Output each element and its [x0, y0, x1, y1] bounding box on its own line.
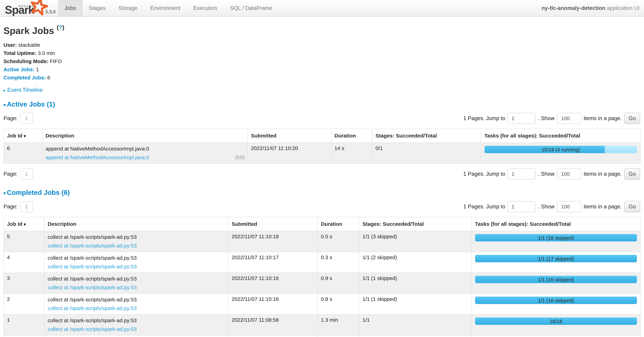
cell-tasks: 1/1 (18 skipped) — [472, 231, 640, 252]
items-per-page-input[interactable] — [557, 201, 581, 212]
application-name-bold: ny-tlc-anomaly-detection — [542, 5, 606, 11]
tasks-progress-bar: 15/19 (4 running) — [484, 146, 637, 153]
cell-job-id: 4 — [4, 252, 44, 273]
cell-submitted: 2022/11/07 11:10:16 — [228, 294, 318, 315]
tab-sql-dataframe[interactable]: SQL / DataFrame — [224, 0, 279, 16]
jump-to-page-input[interactable] — [508, 168, 536, 180]
completed-jobs-section-toggle[interactable]: ▾Completed Jobs (6) — [4, 189, 640, 196]
summary-uptime-value: 3.0 min — [38, 50, 55, 56]
cell-duration: 39 s — [318, 335, 359, 337]
tab-executors[interactable]: Executors — [187, 0, 224, 16]
progress-label: 1/1 (16 skipped) — [475, 297, 637, 304]
cell-job-id: 5 — [4, 231, 44, 252]
page-left: Page: — [4, 168, 33, 180]
summary-uptime-label: Total Uptime: — [4, 50, 36, 56]
job-description-link[interactable]: collect at /spark-scripts/spark-ad.py:53 — [48, 284, 137, 291]
pages-count-text: 1 Pages. Jump to — [463, 204, 505, 210]
header-stages[interactable]: Stages: Succeeded/Total — [359, 217, 472, 231]
header-tasks[interactable]: Tasks (for all stages): Succeeded/Total — [472, 217, 640, 231]
header-job-id-label: Job Id — [7, 133, 22, 138]
active-jobs-header-row: Job Id▾ Description Submitted Duration S… — [4, 129, 640, 143]
sort-desc-icon: ▾ — [24, 134, 26, 138]
cell-stages: 1/1 (3 skipped) — [359, 231, 472, 252]
go-button[interactable]: Go — [624, 201, 640, 212]
tab-stages[interactable]: Stages — [82, 0, 112, 16]
expanded-arrow-icon: ▾ — [4, 102, 6, 108]
job-description-text: collect at /spark-scripts/spark-ad.py:53 — [48, 317, 225, 324]
job-description-link[interactable]: append at NativeMethodAccessorImpl.java:… — [46, 154, 149, 161]
items-in-page-text: items in a page. — [584, 115, 622, 121]
items-per-page-input[interactable] — [557, 113, 581, 124]
cell-job-id: 1 — [4, 315, 44, 335]
page-label: Page: — [4, 115, 18, 121]
help-question-icon[interactable]: ? — [58, 24, 62, 30]
summary-uptime: Total Uptime: 3.0 min — [4, 49, 640, 57]
completed-job-row: 1 collect at /spark-scripts/spark-ad.py:… — [4, 315, 640, 335]
tab-jobs[interactable]: Jobs — [58, 0, 82, 16]
pages-count-text: 1 Pages. Jump to — [463, 171, 505, 177]
job-description-link[interactable]: collect at /spark-scripts/spark-ad.py:53 — [48, 242, 137, 249]
cell-stages: 1/1 (1 skipped) — [359, 294, 472, 315]
page-number-input[interactable] — [20, 168, 33, 180]
job-description-link[interactable]: collect at /spark-scripts/spark-ad.py:53 — [48, 263, 137, 270]
active-jobs-heading: Active Jobs (1) — [7, 100, 55, 108]
header-duration[interactable]: Duration — [318, 217, 359, 231]
items-per-page-input[interactable] — [557, 168, 581, 180]
progress-label: 1/1 (17 skipped) — [475, 255, 637, 263]
collapsed-arrow-icon: ▸ — [4, 88, 6, 93]
summary-user-label: User: — [4, 42, 17, 48]
header-description[interactable]: Description — [44, 217, 228, 231]
header-tasks[interactable]: Tasks (for all stages): Succeeded/Total — [481, 129, 640, 143]
cell-duration: 0.5 s — [318, 231, 359, 252]
header-job-id[interactable]: Job Id▾ — [4, 129, 42, 143]
spark-logo-box: APACHE Spark — [3, 0, 44, 15]
tab-environment[interactable]: Environment — [144, 0, 187, 16]
summary-active-jobs-link[interactable]: Active Jobs: — [4, 66, 34, 72]
job-summary-list: User: stackable Total Uptime: 3.0 min Sc… — [4, 41, 640, 82]
cell-job-id: 2 — [4, 294, 44, 315]
tab-storage[interactable]: Storage — [112, 0, 144, 16]
progress-label: 1/1 (16 skipped) — [475, 276, 637, 283]
page-right: 1 Pages. Jump to . Show items in a page.… — [463, 201, 640, 212]
header-stages[interactable]: Stages: Succeeded/Total — [372, 129, 481, 143]
header-job-id[interactable]: Job Id▾ — [4, 217, 44, 231]
page-title: Spark Jobs (?) — [4, 24, 640, 36]
progress-label: 16/16 — [475, 318, 637, 325]
header-description[interactable]: Description — [42, 129, 248, 143]
job-description-link[interactable]: collect at /spark-scripts/spark-ad.py:53 — [48, 326, 137, 333]
nav-tabs: Jobs Stages Storage Environment Executor… — [58, 0, 278, 16]
active-jobs-section-toggle[interactable]: ▾Active Jobs (1) — [4, 100, 640, 108]
completed-jobs-header-row: Job Id▾ Description Submitted Duration S… — [4, 217, 640, 231]
jump-to-page-input[interactable] — [508, 113, 536, 124]
completed-job-row: 2 collect at /spark-scripts/spark-ad.py:… — [4, 294, 640, 315]
cell-tasks: 1/1 (17 skipped) — [472, 252, 640, 273]
spark-logo[interactable]: APACHE Spark 3.3.0 — [0, 0, 58, 16]
event-timeline-toggle[interactable]: ▸Event Timeline — [4, 87, 640, 93]
page-label: Page: — [4, 204, 18, 210]
spark-star-icon — [29, 0, 48, 16]
progress-label: 1/1 (18 skipped) — [475, 234, 637, 242]
cell-job-id: 3 — [4, 273, 44, 294]
summary-completed-jobs-link[interactable]: Completed Jobs: — [4, 75, 46, 80]
show-text: . Show — [538, 171, 554, 177]
help-tooltip-link[interactable]: (?) — [57, 24, 64, 30]
go-button[interactable]: Go — [624, 113, 640, 124]
page-left: Page: — [4, 113, 33, 124]
page-number-input[interactable] — [20, 113, 33, 124]
header-submitted[interactable]: Submitted — [248, 129, 331, 143]
jump-to-page-input[interactable] — [508, 201, 536, 212]
job-description-text: collect at /spark-scripts/spark-ad.py:53 — [48, 275, 225, 282]
page-number-input[interactable] — [20, 201, 33, 212]
header-job-id-label: Job Id — [7, 221, 22, 227]
summary-completed-jobs: Completed Jobs: 6 — [4, 73, 640, 82]
header-duration[interactable]: Duration — [331, 129, 372, 143]
kill-job-link[interactable]: (kill) — [235, 154, 245, 160]
header-submitted[interactable]: Submitted — [228, 217, 318, 231]
go-button[interactable]: Go — [624, 168, 640, 180]
cell-stages: 1/1 (1 skipped) — [359, 273, 472, 294]
job-description-link[interactable]: collect at /spark-scripts/spark-ad.py:53 — [48, 305, 137, 312]
cell-stages: 1/1 — [359, 315, 472, 335]
help-paren-open: ( — [57, 24, 58, 30]
completed-jobs-table: Job Id▾ Description Submitted Duration S… — [4, 217, 640, 337]
cell-description: collect at /spark-scripts/spark-ad.py:53… — [44, 294, 228, 315]
